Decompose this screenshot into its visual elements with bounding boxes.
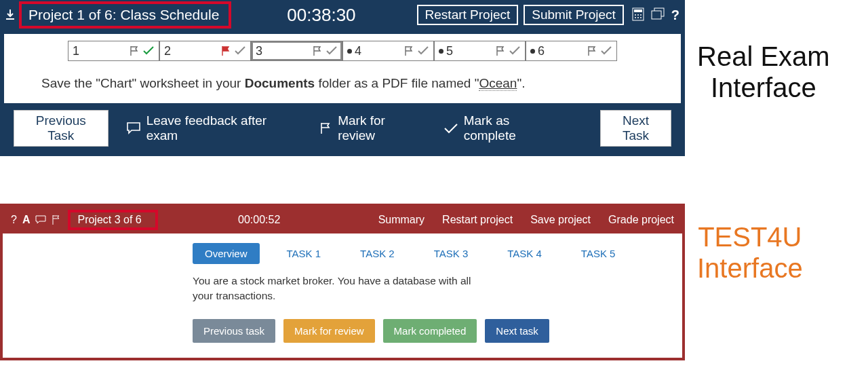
svg-point-2 — [635, 14, 636, 16]
summary-link[interactable]: Summary — [378, 214, 425, 226]
task-number: 3 — [256, 44, 312, 58]
check-icon — [142, 46, 155, 56]
svg-point-5 — [635, 17, 636, 18]
next-task-button[interactable]: Next Task — [600, 110, 671, 147]
task-number: 4 — [355, 44, 403, 58]
exam-timer: 00:38:30 — [231, 5, 411, 26]
flag-icon — [587, 45, 597, 56]
restart-project-link[interactable]: Restart project — [442, 214, 513, 226]
restart-project-button[interactable]: Restart Project — [417, 5, 519, 25]
check-icon — [600, 46, 612, 56]
task-number: 6 — [538, 44, 587, 58]
svg-rect-1 — [634, 10, 642, 12]
windows-icon[interactable] — [651, 7, 665, 23]
task-number: 5 — [446, 44, 495, 58]
svg-point-7 — [640, 17, 642, 18]
t4u-tabs: OverviewTASK 1TASK 2TASK 3TASK 4TASK 5 — [193, 243, 682, 264]
leave-feedback-button[interactable]: Leave feedback after exam — [126, 113, 302, 143]
previous-task-button[interactable]: Previous task — [193, 319, 275, 343]
t4u-body: OverviewTASK 1TASK 2TASK 3TASK 4TASK 5 Y… — [3, 233, 682, 358]
tab-task[interactable]: TASK 5 — [569, 243, 628, 264]
flag-icon — [319, 121, 332, 135]
task-number: 2 — [164, 44, 220, 58]
real-exam-panel: Project 1 of 6: Class Schedule 00:38:30 … — [0, 0, 685, 156]
project-title: Project 1 of 6: Class Schedule — [28, 7, 219, 23]
test4u-panel: ? A Project 3 of 6 00:00:52 Summary Rest… — [0, 204, 685, 360]
check-icon — [234, 46, 246, 56]
label-line: Real Exam — [697, 41, 830, 72]
t4u-project-highlight: Project 3 of 6 — [68, 210, 157, 230]
mark-review-label: Mark for review — [338, 113, 425, 143]
tab-task[interactable]: TASK 4 — [495, 243, 554, 264]
label-line: Interface — [697, 253, 803, 284]
task-tabs: 123456 — [4, 41, 681, 61]
label-line: Interface — [697, 72, 830, 103]
task-tab[interactable]: 6 — [526, 41, 617, 61]
grade-project-link[interactable]: Grade project — [608, 214, 674, 226]
flag-icon — [129, 45, 140, 56]
task-tab[interactable]: 4 — [342, 41, 434, 61]
t4u-timer: 00:00:52 — [158, 214, 361, 226]
calculator-icon[interactable] — [632, 7, 644, 23]
t4u-header: ? A Project 3 of 6 00:00:52 Summary Rest… — [3, 206, 682, 233]
leave-feedback-label: Leave feedback after exam — [146, 113, 302, 143]
mark-review-button[interactable]: Mark for review — [319, 113, 425, 143]
task-tab[interactable]: 2 — [159, 41, 251, 61]
svg-point-4 — [640, 14, 642, 16]
comment-icon — [126, 121, 141, 135]
flag-icon — [495, 45, 506, 56]
instruction-text: folder as a PDF file named " — [315, 76, 479, 90]
mark-complete-label: Mark as complete — [464, 113, 566, 143]
flag-icon — [312, 45, 323, 56]
mark-for-review-button[interactable]: Mark for review — [283, 319, 375, 343]
check-icon — [417, 46, 429, 56]
check-icon — [443, 122, 458, 134]
svg-rect-9 — [652, 11, 661, 19]
svg-point-6 — [637, 17, 639, 18]
task-instruction: Save the "Chart" worksheet in your Docum… — [41, 76, 681, 91]
submit-project-button[interactable]: Submit Project — [524, 5, 624, 25]
t4u-action-buttons: Previous task Mark for review Mark compl… — [193, 319, 682, 343]
dot-icon — [439, 49, 443, 54]
flag-icon — [403, 45, 414, 56]
project-title-highlight: Project 1 of 6: Class Schedule — [19, 1, 231, 29]
tab-task[interactable]: TASK 2 — [348, 243, 407, 264]
help-icon[interactable]: ? — [11, 214, 17, 226]
tab-task[interactable]: TASK 3 — [422, 243, 481, 264]
flag-icon[interactable] — [52, 214, 61, 225]
task-tab[interactable]: 5 — [434, 41, 526, 61]
instruction-underline: Ocean — [479, 76, 517, 91]
save-project-link[interactable]: Save project — [530, 214, 591, 226]
instruction-text: Save the "Chart" worksheet in your — [41, 76, 245, 90]
label-line: TEST4U — [697, 221, 803, 253]
real-exam-label: Real Exam Interface — [697, 0, 830, 103]
help-icon[interactable]: ? — [671, 7, 679, 23]
next-task-button[interactable]: Next task — [485, 319, 549, 343]
svg-point-3 — [637, 14, 639, 16]
previous-task-button[interactable]: Previous Task — [14, 110, 108, 147]
task-number: 1 — [73, 44, 129, 58]
t4u-project-label: Project 3 of 6 — [77, 214, 141, 225]
task-tab[interactable]: 3 — [251, 41, 342, 61]
task-tab[interactable]: 1 — [68, 41, 159, 61]
t4u-header-icons: ? A — [11, 214, 61, 226]
mark-complete-button[interactable]: Mark as complete — [443, 113, 566, 143]
dot-icon — [530, 49, 535, 54]
instruction-bold: Documents — [245, 76, 315, 90]
flag-icon — [220, 45, 231, 56]
check-icon — [326, 46, 338, 56]
mark-completed-button[interactable]: Mark completed — [383, 319, 477, 343]
check-icon — [509, 46, 521, 56]
tab-task[interactable]: TASK 1 — [275, 243, 334, 264]
instruction-text: ". — [517, 76, 525, 90]
comment-icon[interactable] — [35, 215, 46, 225]
real-content: 123456 Save the "Chart" worksheet in you… — [4, 34, 681, 103]
dot-icon — [347, 49, 352, 54]
font-icon[interactable]: A — [22, 214, 31, 226]
t4u-overview-text: You are a stock market broker. You have … — [193, 274, 484, 304]
real-footer: Previous Task Leave feedback after exam … — [0, 103, 685, 156]
tab-overview[interactable]: Overview — [193, 243, 260, 264]
download-icon — [5, 10, 15, 20]
test4u-label: TEST4U Interface — [697, 204, 803, 284]
real-header: Project 1 of 6: Class Schedule 00:38:30 … — [0, 0, 685, 30]
